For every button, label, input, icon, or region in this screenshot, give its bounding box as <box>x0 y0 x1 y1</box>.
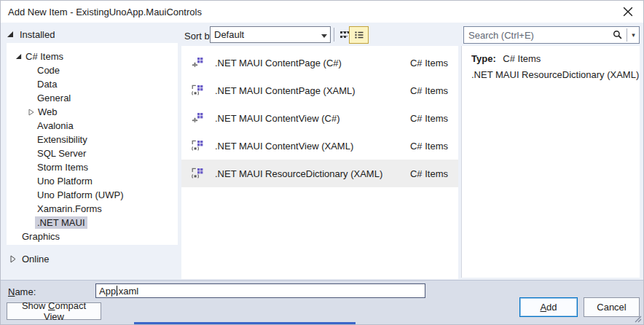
template-name: .NET MAUI ContentView (C#) <box>215 113 410 124</box>
expander-collapsed-icon <box>9 255 16 263</box>
nav-group-online[interactable]: Online <box>9 252 50 265</box>
maui-xaml-item-icon <box>192 140 203 152</box>
tree-item-uno-platform[interactable]: Uno Platform <box>37 174 93 188</box>
tree-item-web[interactable]: Web <box>28 105 58 119</box>
detail-type-value: C# Items <box>503 53 541 64</box>
bottom-accent-strip <box>134 322 356 324</box>
tree-item-extensibility[interactable]: Extensibility <box>37 133 87 146</box>
search-options-chevron-icon[interactable]: ▾ <box>628 31 639 39</box>
search-separator <box>627 28 627 42</box>
nav-group-label: Online <box>22 254 50 265</box>
maui-csharp-item-icon <box>192 112 203 124</box>
category-tree: C# Items Code Data General Web Avalonia … <box>7 43 178 245</box>
selected-tree-node: .NET MAUI <box>35 216 87 229</box>
nav-group-label: Installed <box>20 29 55 40</box>
sort-by-value: Default <box>211 29 318 40</box>
search-box: ▾ <box>463 26 640 44</box>
tree-item-csharp-items[interactable]: C# Items <box>15 50 63 63</box>
template-list: .NET MAUI ContentPage (C#) C# Items .NET… <box>181 46 458 279</box>
add-new-item-dialog: Add New Item - ExistingUnoApp.MauiContro… <box>0 0 644 325</box>
template-type: C# Items <box>410 141 448 152</box>
template-name: .NET MAUI ContentPage (C#) <box>215 58 410 68</box>
template-name: .NET MAUI ContentPage (XAML) <box>215 85 410 96</box>
add-button[interactable]: Add <box>519 297 578 317</box>
toolbar-separator <box>334 28 334 42</box>
template-type: C# Items <box>410 58 448 68</box>
detail-panel: Type: C# Items .NET MAUI ResourceDiction… <box>461 46 640 278</box>
tree-item-uno-platform-uwp[interactable]: Uno Platform (UWP) <box>37 188 123 202</box>
template-type: C# Items <box>410 113 448 124</box>
text-caret <box>117 286 117 296</box>
list-view-icon[interactable] <box>349 26 369 44</box>
sort-by-dropdown[interactable]: Default <box>210 26 331 43</box>
maui-xaml-item-icon <box>192 85 203 96</box>
tree-item-dotnet-maui[interactable]: .NET MAUI <box>37 216 87 230</box>
maui-xaml-item-icon <box>192 168 203 179</box>
maui-csharp-item-icon <box>192 57 203 68</box>
tree-item-graphics[interactable]: Graphics <box>22 230 60 243</box>
chevron-down-icon <box>318 29 330 40</box>
expander-collapsed-icon[interactable] <box>28 109 38 116</box>
tree-item-avalonia[interactable]: Avalonia <box>37 119 74 133</box>
search-icon[interactable] <box>613 30 626 40</box>
expander-expanded-icon[interactable] <box>15 53 25 60</box>
name-input[interactable] <box>95 283 425 298</box>
template-name: .NET MAUI ResourceDictionary (XAML) <box>215 168 410 179</box>
detail-type-label: Type: <box>471 53 496 64</box>
tree-item-data[interactable]: Data <box>37 77 57 91</box>
tree-item-sql-server[interactable]: SQL Server <box>37 146 86 160</box>
detail-description: .NET MAUI ResourceDictionary (XAML) <box>471 69 639 80</box>
template-type: C# Items <box>410 168 448 179</box>
close-icon[interactable] <box>623 7 635 17</box>
tree-item-storm-items[interactable]: Storm Items <box>37 160 88 174</box>
dialog-title: Add New Item - ExistingUnoApp.MauiContro… <box>8 7 202 17</box>
template-name: .NET MAUI ContentView (XAML) <box>215 141 410 152</box>
list-item-selected[interactable]: .NET MAUI ResourceDictionary (XAML) C# I… <box>181 160 458 187</box>
name-input-wrap <box>95 283 425 298</box>
template-type: C# Items <box>410 85 448 96</box>
search-input[interactable] <box>464 30 613 41</box>
tree-item-general[interactable]: General <box>37 91 71 105</box>
nav-group-installed[interactable]: Installed <box>7 28 55 41</box>
titlebar: Add New Item - ExistingUnoApp.MauiContro… <box>1 1 643 23</box>
tree-item-xamarin-forms[interactable]: Xamarin.Forms <box>37 202 102 216</box>
expander-expanded-icon <box>7 31 14 38</box>
show-compact-view-button[interactable]: Show Compact View <box>7 302 101 320</box>
name-label: Name: <box>8 286 36 297</box>
resize-grip-icon[interactable] <box>633 314 642 323</box>
list-item[interactable]: .NET MAUI ContentView (C#) C# Items <box>181 104 458 132</box>
list-item[interactable]: .NET MAUI ContentPage (C#) C# Items <box>181 49 458 77</box>
list-item[interactable]: .NET MAUI ContentView (XAML) C# Items <box>181 132 458 160</box>
cancel-button[interactable]: Cancel <box>584 297 640 317</box>
dialog-footer: Name: Show Compact View Add Cancel <box>1 280 643 324</box>
dialog-content: Installed C# Items Code Data General Web… <box>1 23 643 281</box>
tree-item-code[interactable]: Code <box>37 63 60 77</box>
list-item[interactable]: .NET MAUI ContentPage (XAML) C# Items <box>181 77 458 104</box>
